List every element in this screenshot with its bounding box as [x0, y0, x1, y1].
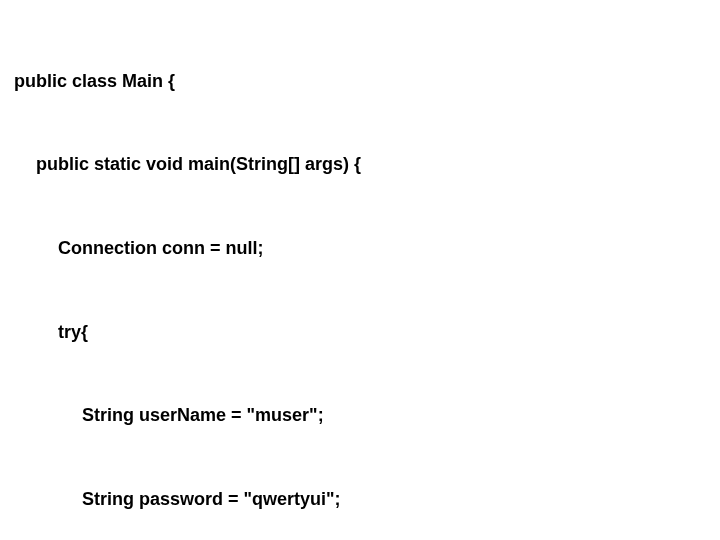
code-line: Connection conn = null; [58, 235, 706, 263]
code-line: String userName = "muser"; [82, 402, 706, 430]
code-line: public class Main { [14, 68, 706, 96]
code-block: public class Main { public static void m… [14, 12, 706, 540]
code-line: public static void main(String[] args) { [36, 151, 706, 179]
code-line: String password = "qwertyui"; [82, 486, 706, 514]
code-line: try{ [58, 319, 706, 347]
